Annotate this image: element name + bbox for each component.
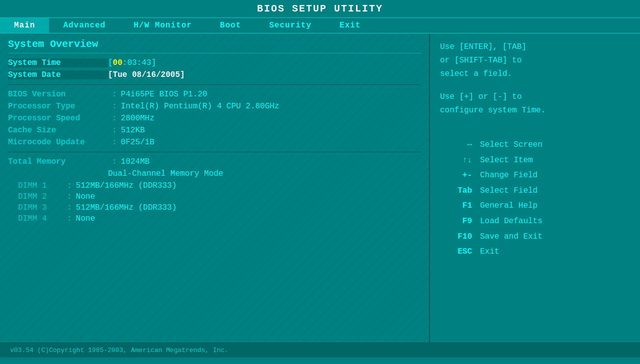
dimm3-label: DIMM 3 [18, 203, 63, 212]
menu-item-exit[interactable]: Exit [326, 18, 374, 33]
dimm4-label: DIMM 4 [18, 214, 63, 223]
help-line-4: Use [+] or [-] to [440, 90, 630, 104]
key-symbol: F9 [440, 215, 480, 228]
bottom-bar-text: v03.54 (C)Copyright 1985-2003, American … [10, 347, 228, 354]
left-panel: System Overview System Time [00:03:43] S… [0, 33, 430, 343]
system-date-row: System Date [Tue 08/16/2005] [8, 70, 421, 79]
section-title: System Overview [8, 38, 421, 53]
help-line-3: select a field. [440, 67, 630, 81]
processor-type-value: Intel(R) Pentium(R) 4 CPU 2.80GHz [121, 102, 280, 111]
key-symbol: ↔ [440, 139, 480, 152]
processor-speed-value: 2800MHz [121, 114, 154, 123]
menu-item-boot[interactable]: Boot [206, 18, 255, 33]
key-action: Exit [480, 246, 499, 259]
help-text-4: Use [+] or [-] to [440, 92, 522, 101]
system-time-row: System Time [00:03:43] [8, 58, 421, 67]
key-action: Select Item [480, 154, 533, 167]
dimm3-value: 512MB/166MHz (DDR333) [76, 203, 177, 212]
menu-item-h-w-monitor[interactable]: H/W Monitor [120, 18, 206, 33]
content-area: System Overview System Time [00:03:43] S… [0, 33, 640, 343]
total-memory-row: Total Memory : 1024MB [8, 157, 421, 166]
key-symbol: Tab [440, 185, 480, 198]
title-bar: BIOS SETUP UTILITY [0, 0, 640, 17]
dimm4-row: DIMM 4 : None [8, 214, 421, 223]
processor-speed-label: Processor Speed [8, 114, 108, 123]
key-symbol: ESC [440, 246, 480, 259]
menu-item-advanced[interactable]: Advanced [49, 18, 120, 33]
key-symbol: F1 [440, 200, 480, 213]
system-date-label: System Date [8, 70, 108, 79]
menu-bar: MainAdvancedH/W MonitorBootSecurityExit [0, 17, 640, 33]
dimm1-row: DIMM 1 : 512MB/166MHz (DDR333) [8, 181, 421, 190]
system-time-label: System Time [8, 58, 108, 67]
processor-type-label: Processor Type [8, 102, 108, 111]
system-date-value[interactable]: [Tue 08/16/2005] [108, 70, 185, 79]
dimm1-value: 512MB/166MHz (DDR333) [76, 181, 177, 190]
menu-item-main[interactable]: Main [0, 18, 49, 33]
key-action: Load Defaults [480, 215, 542, 228]
processor-type-row: Processor Type : Intel(R) Pentium(R) 4 C… [8, 102, 421, 111]
help-text-block: Use [ENTER], [TAB] or [SHIFT-TAB] to sel… [440, 40, 630, 81]
bios-version-row: BIOS Version : P4i65PE BIOS P1.20 [8, 90, 421, 99]
bottom-bar: v03.54 (C)Copyright 1985-2003, American … [0, 343, 640, 358]
keybind-row: ↔Select Screen [440, 139, 630, 152]
help-text-block-2: Use [+] or [-] to configure system Time. [440, 90, 630, 117]
total-memory-value: 1024MB [121, 157, 150, 166]
memory-mode-value: Dual-Channel Memory Mode [8, 169, 223, 178]
dimm3-row: DIMM 3 : 512MB/166MHz (DDR333) [8, 203, 421, 212]
key-symbol: ↑↓ [440, 154, 480, 167]
cache-size-value: 512KB [121, 126, 145, 135]
help-text-3: select a field. [440, 69, 512, 78]
processor-speed-row: Processor Speed : 2800MHz [8, 114, 421, 123]
keybind-row: F10Save and Exit [440, 231, 630, 244]
help-line-5: configure system Time. [440, 104, 630, 117]
microcode-row: Microcode Update : 0F25/1B [8, 138, 421, 147]
dimm2-value: None [76, 192, 95, 201]
key-symbol: F10 [440, 231, 480, 244]
help-line-2: or [SHIFT-TAB] to [440, 54, 630, 67]
dimm4-value: None [76, 214, 95, 223]
cache-size-label: Cache Size [8, 126, 108, 135]
help-text-5: configure system Time. [440, 106, 546, 115]
right-panel: Use [ENTER], [TAB] or [SHIFT-TAB] to sel… [430, 33, 640, 343]
key-symbol: +- [440, 169, 480, 182]
app-title: BIOS SETUP UTILITY [257, 3, 383, 14]
menu-item-security[interactable]: Security [255, 18, 326, 33]
key-action: General Help [480, 200, 538, 213]
dimm1-label: DIMM 1 [18, 181, 63, 190]
dimm2-label: DIMM 2 [18, 192, 63, 201]
help-text-1: Use [ENTER], [TAB] [440, 42, 526, 51]
keybind-row: ESCExit [440, 246, 630, 259]
help-line-1: Use [ENTER], [TAB] [440, 40, 630, 54]
keybinds-container: ↔Select Screen↑↓Select Item+-Change Fiel… [440, 136, 630, 261]
keybind-row: F1General Help [440, 200, 630, 213]
keybind-row: F9Load Defaults [440, 215, 630, 228]
dimm2-row: DIMM 2 : None [8, 192, 421, 201]
key-action: Save and Exit [480, 231, 542, 244]
divider-2 [8, 152, 421, 152]
keybind-row: ↑↓Select Item [440, 154, 630, 167]
key-action: Select Field [480, 185, 538, 198]
keybind-row: TabSelect Field [440, 185, 630, 198]
bios-version-label: BIOS Version [8, 90, 108, 99]
divider-1 [8, 84, 421, 85]
system-time-value[interactable]: [00:03:43] [108, 58, 156, 67]
microcode-label: Microcode Update [8, 138, 108, 147]
help-text-2: or [SHIFT-TAB] to [440, 56, 522, 65]
memory-mode-row: Dual-Channel Memory Mode [8, 169, 421, 178]
microcode-value: 0F25/1B [121, 138, 154, 147]
keybind-row: +-Change Field [440, 169, 630, 182]
right-panel-inner: Use [ENTER], [TAB] or [SHIFT-TAB] to sel… [440, 40, 630, 336]
key-action: Change Field [480, 169, 538, 182]
key-action: Select Screen [480, 139, 542, 152]
total-memory-label: Total Memory [8, 157, 108, 166]
bios-version-value: P4i65PE BIOS P1.20 [121, 90, 208, 99]
cache-size-row: Cache Size : 512KB [8, 126, 421, 135]
